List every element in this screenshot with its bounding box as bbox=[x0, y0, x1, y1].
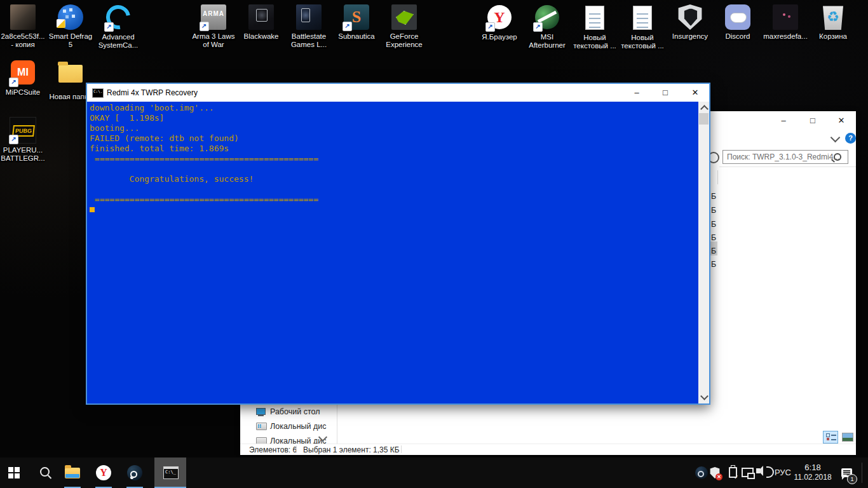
desktop-icon-advanced-systemcare[interactable]: Advanced SystemCa... bbox=[94, 4, 142, 50]
cmd-minimize-button[interactable]: – bbox=[623, 84, 651, 102]
status-divider bbox=[296, 445, 297, 453]
explorer-maximize-button[interactable]: □ bbox=[802, 114, 824, 128]
taskbar-cmd-button-active[interactable] bbox=[154, 458, 186, 488]
blackwake-icon bbox=[248, 4, 274, 30]
desktop-icon-label: Blackwake bbox=[237, 32, 285, 41]
explorer-minimize-button[interactable]: – bbox=[773, 114, 794, 128]
yandex-browser-icon: Y bbox=[96, 465, 111, 480]
desktop-icon-text-file-2[interactable]: Новый текстовый ... bbox=[618, 4, 667, 50]
desktop-nav-icon bbox=[256, 408, 266, 415]
desktop-icon-label: Discord bbox=[714, 32, 762, 41]
file-row-selected[interactable]: Б bbox=[711, 245, 851, 258]
desktop-icon-insurgency[interactable]: Insurgency bbox=[666, 4, 714, 41]
cmd-title-bar[interactable]: Redmi 4x TWRP Recovery – □ ✕ bbox=[87, 84, 709, 102]
system-disk-icon bbox=[256, 423, 267, 430]
taskbar-yandex-browser-button[interactable]: Y bbox=[90, 458, 118, 488]
nav-item-label: Локальный дис bbox=[270, 422, 327, 431]
pubg-icon: PUBG bbox=[10, 117, 36, 144]
desktop-icon-discord[interactable]: Discord bbox=[714, 4, 762, 41]
desktop-icon-label: Insurgency bbox=[666, 32, 714, 41]
cmd-close-button[interactable]: ✕ bbox=[681, 84, 709, 102]
file-row[interactable]: Б bbox=[711, 190, 851, 203]
pane-splitter[interactable] bbox=[337, 403, 337, 444]
desktop-icon-label: Subnautica bbox=[332, 32, 381, 41]
scroll-down-arrow-icon[interactable] bbox=[700, 392, 709, 400]
msi-afterburner-icon bbox=[534, 5, 560, 30]
explorer-status-bar: Элементов: 6 Выбран 1 элемент: 1,35 КБ bbox=[240, 444, 856, 455]
tray-steam-icon[interactable] bbox=[695, 466, 708, 479]
text-file-icon bbox=[582, 6, 607, 31]
desktop-icon-arma3[interactable]: ARMA Arma 3 Laws of War bbox=[189, 4, 238, 49]
desktop-icon-label: maxresdefa... bbox=[761, 32, 810, 41]
taskbar-steam-button[interactable] bbox=[121, 458, 149, 488]
desktop-icon-label: Корзина bbox=[809, 32, 857, 41]
toolbar-separator bbox=[719, 166, 856, 167]
image-thumbnail-icon bbox=[10, 4, 36, 30]
desktop-icon-label: Battlestate Games L... bbox=[285, 32, 333, 49]
arma3-icon: ARMA bbox=[201, 4, 226, 30]
file-row[interactable]: Б bbox=[711, 258, 851, 271]
desktop-icon-label: Новый текстовый ... bbox=[571, 34, 619, 50]
taskbar-search-button[interactable] bbox=[31, 458, 58, 488]
thumbnail-view-button[interactable] bbox=[840, 431, 855, 444]
clock-time: 6:18 bbox=[790, 463, 836, 473]
picture-view-icon bbox=[842, 433, 853, 442]
desktop-icon-battlestate[interactable]: Battlestate Games L... bbox=[285, 4, 333, 49]
nav-item-local-disk-1[interactable]: Локальный дис bbox=[270, 422, 327, 431]
clock-date: 11.02.2018 bbox=[790, 473, 836, 482]
desktop-icon-label: Новый текстовый ... bbox=[618, 34, 667, 50]
explorer-close-button[interactable]: ✕ bbox=[831, 114, 852, 128]
desktop-icon-msi-afterburner[interactable]: MSI Afterburner bbox=[523, 4, 571, 50]
desktop-icon-yandex-browser[interactable]: Y Я.Браузер bbox=[475, 4, 524, 41]
help-icon[interactable]: ? bbox=[845, 133, 856, 144]
cmd-console-output-area[interactable]: downloading 'boot.img'... OKAY [ 1.198s]… bbox=[87, 102, 709, 403]
desktop-icon-smart-defrag[interactable]: Smart Defrag 5 bbox=[46, 4, 95, 49]
folder-icon bbox=[65, 468, 80, 478]
nav-item-desktop[interactable]: Рабочий стол bbox=[270, 407, 320, 416]
desktop-icon-recycle-bin[interactable]: ♻ Корзина bbox=[809, 4, 857, 41]
desktop-icon-geforce[interactable]: GeForce Experience bbox=[380, 4, 428, 49]
subnautica-icon: S bbox=[344, 4, 369, 30]
scroll-up-arrow-icon[interactable] bbox=[700, 105, 709, 113]
search-box[interactable]: Поиск: TWRP_3.1.0-3_Redmi4... bbox=[722, 150, 848, 164]
items-count-text: Элементов: 6 bbox=[249, 445, 297, 454]
cmd-scrollbar[interactable] bbox=[698, 102, 709, 403]
steam-icon bbox=[127, 465, 142, 480]
battlestate-icon bbox=[296, 4, 322, 30]
status-divider bbox=[401, 445, 402, 453]
nav-item-label: Рабочий стол bbox=[270, 407, 320, 416]
ribbon-collapse-chevron-icon[interactable] bbox=[831, 133, 841, 143]
search-icon bbox=[834, 153, 841, 161]
show-desktop-divider[interactable] bbox=[862, 463, 862, 483]
desktop-icon-pubg[interactable]: PUBG PLAYERU... BATTLEGR... bbox=[0, 117, 47, 163]
file-row[interactable]: Б bbox=[711, 218, 851, 231]
cmd-maximize-button[interactable]: □ bbox=[651, 84, 679, 102]
notification-count-badge: 1 bbox=[847, 474, 857, 484]
file-row[interactable]: Б bbox=[711, 231, 851, 245]
desktop-icon-image-copy[interactable]: 2a8ce5c53f... - копия bbox=[0, 4, 47, 49]
desktop-icon-subnautica[interactable]: S Subnautica bbox=[332, 4, 381, 41]
desktop-icon-text-file-1[interactable]: Новый текстовый ... bbox=[571, 4, 619, 50]
tray-network-icon[interactable] bbox=[742, 468, 754, 477]
windows-logo-icon bbox=[8, 467, 13, 472]
desktop-icon-label: GeForce Experience bbox=[380, 32, 428, 49]
yandex-browser-icon: Y bbox=[487, 5, 512, 30]
tray-volume-icon[interactable] bbox=[756, 468, 760, 473]
desktop-icon-label: MiPCSuite bbox=[0, 88, 47, 97]
desktop-icon-mipcsuite[interactable]: MI MiPCSuite bbox=[0, 60, 47, 97]
recycle-bin-icon: ♻ bbox=[820, 4, 846, 30]
search-query-text: Поиск: TWRP_3.1.0-3_Redmi4... bbox=[727, 152, 839, 161]
file-row[interactable]: Б bbox=[711, 204, 851, 217]
desktop-icon-label: Smart Defrag 5 bbox=[46, 32, 95, 49]
desktop-icon-maxresdefault[interactable]: maxresdefa... bbox=[761, 4, 810, 41]
defender-alert-badge: ✕ bbox=[715, 473, 722, 480]
desktop-icon-label: Advanced SystemCa... bbox=[94, 33, 142, 50]
desktop-icon-blackwake[interactable]: Blackwake bbox=[237, 4, 285, 41]
text-file-icon bbox=[630, 6, 655, 31]
start-button[interactable] bbox=[0, 458, 28, 488]
details-view-button[interactable] bbox=[823, 431, 838, 444]
taskbar-file-explorer-button[interactable] bbox=[58, 458, 86, 488]
taskbar-clock[interactable]: 6:18 11.02.2018 bbox=[790, 463, 836, 482]
insurgency-icon bbox=[677, 4, 703, 30]
scrollbar-thumb[interactable] bbox=[699, 113, 709, 125]
